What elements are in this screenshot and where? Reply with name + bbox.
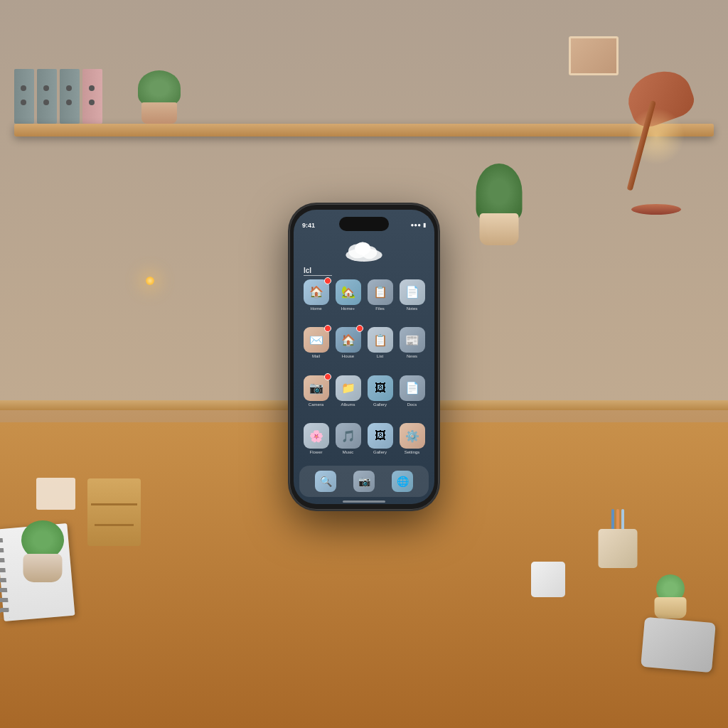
app-icon-homeplus[interactable]: 🏡 Home+ bbox=[334, 279, 362, 323]
app-label-gallery2: Gallery bbox=[373, 450, 387, 455]
app-icon-img-docs: 📄 bbox=[400, 375, 425, 401]
app-icon-music[interactable]: 🎵 Music bbox=[334, 423, 362, 467]
white-paper bbox=[36, 478, 75, 510]
desk-lamp bbox=[606, 73, 692, 215]
shelf-plant bbox=[131, 58, 188, 124]
app-icon-mail[interactable]: ✉️ Mail bbox=[302, 327, 330, 371]
app-label-files: Files bbox=[375, 306, 385, 311]
app-icon-img-gallery2: 🖼 bbox=[368, 423, 393, 449]
app-icon-news[interactable]: 📰 News bbox=[398, 327, 426, 371]
app-icon-house2[interactable]: 🏠 House bbox=[334, 327, 362, 371]
app-icon-flower[interactable]: 🌸 Flower bbox=[302, 423, 330, 467]
app-icon-home[interactable]: 🏠 Home bbox=[302, 279, 330, 323]
app-label-news: News bbox=[407, 354, 417, 359]
scissors-holder bbox=[529, 533, 568, 597]
battery-icon: ▮ bbox=[423, 222, 426, 228]
app-label-homeplus: Home+ bbox=[341, 306, 355, 311]
app-label-flower: Flower bbox=[309, 450, 322, 455]
pen-holder bbox=[594, 511, 641, 568]
pen-holder-cup bbox=[598, 529, 637, 568]
cloud-widget[interactable] bbox=[345, 237, 384, 264]
small-plant-left bbox=[14, 518, 71, 582]
phone-screen: 9:41 ●●● ▮ IcI bbox=[294, 210, 434, 504]
large-plant bbox=[474, 160, 524, 245]
app-icon-files[interactable]: 📋 Files bbox=[366, 279, 394, 323]
cloud-icon bbox=[345, 237, 384, 262]
succulent bbox=[649, 572, 692, 619]
app-icon-albums[interactable]: 📁 Albums bbox=[334, 375, 362, 419]
status-icons: ●●● ▮ bbox=[411, 222, 427, 228]
app-icon-gallery2[interactable]: 🖼 Gallery bbox=[366, 423, 394, 467]
app-label-albums: Albums bbox=[341, 402, 355, 407]
app-icon-settings[interactable]: ⚙️ Settings bbox=[398, 423, 426, 467]
phone-container: 9:41 ●●● ▮ IcI bbox=[289, 204, 439, 510]
phone-dock: 🔍 📷 🌐 bbox=[299, 466, 429, 497]
app-label-docs: Docs bbox=[407, 402, 417, 407]
cardboard-step-2 bbox=[95, 505, 134, 526]
dock-icon-camera[interactable]: 📷 bbox=[353, 471, 375, 492]
app-label-list: List bbox=[377, 354, 383, 359]
status-time: 9:41 bbox=[302, 222, 315, 229]
svg-point-3 bbox=[355, 242, 370, 255]
shelf-plant-pot bbox=[141, 102, 177, 124]
app-icon-img-files: 📋 bbox=[368, 279, 393, 305]
app-icon-img-house2: 🏠 bbox=[336, 327, 361, 353]
app-icon-img-albums: 📁 bbox=[336, 375, 361, 401]
app-label-notes: Notes bbox=[407, 306, 418, 311]
app-icon-list[interactable]: 📋 List bbox=[366, 327, 394, 371]
app-label-mail: Mail bbox=[312, 354, 320, 359]
app-label-settings: Settings bbox=[405, 450, 420, 455]
app-icon-img-music: 🎵 bbox=[336, 423, 361, 449]
app-icon-img-homeplus: 🏡 bbox=[336, 279, 361, 305]
small-plant-pot-left bbox=[23, 554, 63, 582]
binder-pink bbox=[82, 69, 102, 124]
notebook-spiral bbox=[0, 532, 9, 619]
app-label-window: Gallery bbox=[373, 402, 387, 407]
app-icon-img-settings: ⚙️ bbox=[400, 423, 425, 449]
app-grid: 🏠 Home 🏡 Home+ 📋 Files 📄 Notes bbox=[299, 279, 429, 467]
app-icon-img-window: 🖼 bbox=[368, 375, 393, 401]
scissors-cup bbox=[531, 562, 565, 597]
ceiling-light-left bbox=[146, 277, 154, 285]
dock-icon-search[interactable]: 🔍 bbox=[315, 471, 336, 492]
shelf-plant-leaves bbox=[138, 70, 181, 106]
app-label-music: Music bbox=[343, 450, 354, 455]
category-label: IcI bbox=[304, 267, 311, 274]
dock-icon-browser[interactable]: 🌐 bbox=[392, 471, 413, 492]
cardboard-organizer bbox=[87, 478, 141, 546]
tablet-right bbox=[641, 617, 716, 673]
cardboard-step-1 bbox=[91, 478, 137, 505]
app-icon-camera[interactable]: 📷 Camera bbox=[302, 375, 330, 419]
app-icon-notes[interactable]: 📄 Notes bbox=[398, 279, 426, 323]
app-icon-window[interactable]: 🖼 Gallery bbox=[366, 375, 394, 419]
wall-art bbox=[569, 36, 619, 75]
app-icon-img-camera: 📷 bbox=[304, 375, 329, 401]
app-badge-camera bbox=[324, 373, 331, 380]
large-plant-pot bbox=[480, 213, 519, 245]
phone: 9:41 ●●● ▮ IcI bbox=[289, 204, 439, 510]
large-plant-leaves bbox=[476, 164, 523, 220]
app-icon-img-list: 📋 bbox=[368, 327, 393, 353]
binder-gray-3 bbox=[60, 69, 80, 124]
app-icon-docs[interactable]: 📄 Docs bbox=[398, 375, 426, 419]
binder-gray-2 bbox=[37, 69, 57, 124]
succulent-pot bbox=[654, 597, 686, 619]
category-underline bbox=[304, 275, 332, 276]
phone-notch bbox=[339, 217, 389, 231]
app-badge-mail bbox=[324, 325, 331, 332]
app-label-house2: House bbox=[342, 354, 354, 359]
app-label-camera: Camera bbox=[309, 402, 323, 407]
home-indicator[interactable] bbox=[343, 500, 385, 503]
binder-gray-1 bbox=[14, 69, 34, 124]
app-badge-house2 bbox=[356, 325, 363, 332]
lamp-base bbox=[631, 204, 681, 215]
app-icon-img-home: 🏠 bbox=[304, 279, 329, 305]
signal-icon: ●●● bbox=[411, 222, 422, 228]
app-badge-home bbox=[324, 277, 331, 284]
binders bbox=[14, 63, 102, 123]
app-icon-img-flower: 🌸 bbox=[304, 423, 329, 449]
app-icon-img-notes: 📄 bbox=[400, 279, 425, 305]
app-icon-img-mail: ✉️ bbox=[304, 327, 329, 353]
app-icon-img-news: 📰 bbox=[400, 327, 425, 353]
app-label-home: Home bbox=[310, 306, 321, 311]
